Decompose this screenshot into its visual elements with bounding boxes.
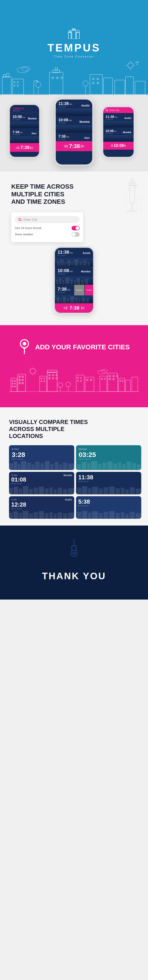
- svg-rect-69: [59, 278, 61, 284]
- svg-rect-177: [122, 464, 126, 470]
- svg-rect-124: [55, 377, 57, 379]
- svg-rect-185: [23, 486, 28, 495]
- svg-rect-230: [129, 512, 135, 519]
- svg-rect-27: [115, 80, 125, 95]
- svg-point-0: [128, 63, 133, 68]
- svg-rect-87: [87, 298, 89, 303]
- svg-point-37: [137, 64, 138, 65]
- skyline-mumbai: [55, 277, 93, 285]
- svg-rect-189: [45, 488, 49, 495]
- svg-rect-72: [70, 279, 73, 284]
- compare-section: VISUALLY COMPARE TIMES ACROSS MULTIPLE L…: [0, 407, 148, 526]
- location-pin-icon: [18, 339, 31, 355]
- svg-rect-82: [67, 298, 69, 303]
- svg-rect-18: [52, 77, 54, 79]
- svg-rect-155: [14, 462, 17, 470]
- favorite-section: ADD YOUR FAVORITE CITIES: [0, 325, 148, 407]
- svg-rect-224: [99, 513, 103, 519]
- svg-rect-208: [14, 511, 18, 519]
- delete-button[interactable]: Delete: [85, 285, 94, 295]
- hero-title: TEMPUS: [47, 41, 101, 54]
- svg-rect-138: [101, 378, 102, 380]
- svg-rect-157: [21, 461, 26, 470]
- svg-point-31: [36, 82, 41, 88]
- svg-point-153: [12, 449, 13, 450]
- city-input-field[interactable]: Enter City: [15, 216, 80, 223]
- bottom-section: 12 THANK YOU: [0, 525, 148, 600]
- svg-rect-54: [128, 211, 137, 212]
- svg-rect-67: [88, 262, 90, 266]
- connector-decoration: 12: [65, 539, 83, 557]
- svg-rect-146: [119, 378, 124, 391]
- svg-rect-25: [97, 82, 99, 84]
- favorite-title-row: ADD YOUR FAVORITE CITIES: [18, 339, 130, 355]
- svg-rect-225: [104, 512, 108, 519]
- svg-rect-200: [104, 487, 108, 495]
- svg-rect-134: [90, 379, 92, 381]
- compare-card-mumbai: Mumbai 03:25 PM Fri, Oct 24: [76, 445, 141, 470]
- svg-rect-42: [76, 32, 79, 39]
- kiev-row-wrapper: 7:38 PM Fri, Oct 24 Kiev Replace Delete: [55, 285, 93, 295]
- svg-rect-220: [77, 512, 82, 519]
- svg-rect-114: [43, 378, 45, 379]
- svg-rect-163: [50, 464, 54, 470]
- compare-row-2: Kiev 01:08 AM Fri, Oct 24 Mumbai: [9, 472, 141, 495]
- svg-rect-119: [49, 374, 50, 376]
- svg-rect-64: [74, 259, 79, 266]
- svg-point-136: [101, 369, 107, 373]
- svg-rect-160: [35, 462, 39, 470]
- svg-line-111: [36, 374, 36, 374]
- svg-rect-103: [19, 382, 21, 384]
- svg-rect-128: [77, 377, 79, 379]
- pin-icon-card1: [12, 448, 14, 450]
- svg-rect-23: [97, 78, 99, 80]
- replace-button[interactable]: Replace: [74, 285, 84, 295]
- svg-point-125: [58, 383, 63, 387]
- svg-rect-55: [123, 194, 127, 212]
- compare-card-kiev: Kiev 3:28 PM Fri, Oct 24: [9, 445, 74, 470]
- 24hr-toggle[interactable]: [71, 226, 80, 231]
- svg-rect-121: [55, 374, 57, 376]
- svg-point-33: [83, 81, 88, 86]
- svg-rect-228: [121, 512, 124, 519]
- svg-rect-156: [18, 464, 20, 470]
- svg-rect-80: [60, 299, 62, 303]
- svg-rect-198: [92, 487, 98, 495]
- svg-rect-191: [54, 490, 57, 495]
- svg-rect-95: [14, 383, 16, 384]
- svg-rect-93: [14, 380, 16, 382]
- svg-rect-214: [45, 513, 49, 519]
- weather-toggle[interactable]: [71, 232, 80, 237]
- svg-rect-202: [116, 488, 120, 495]
- svg-rect-99: [19, 376, 21, 378]
- svg-rect-102: [22, 379, 24, 381]
- svg-rect-204: [126, 490, 129, 495]
- compare-card-6: 5:38 PM Fri, Oct 24: [76, 496, 141, 519]
- svg-rect-195: [77, 488, 82, 495]
- svg-rect-137: [100, 376, 107, 392]
- svg-rect-61: [65, 262, 66, 266]
- svg-rect-166: [63, 463, 67, 470]
- replace-delete-overlay: Replace Delete: [74, 285, 94, 295]
- svg-rect-192: [57, 488, 62, 495]
- compare-row-3: Austin Austin 12:28 PM Fri, Oct 24: [9, 496, 141, 519]
- svg-rect-60: [60, 260, 64, 266]
- compare-card-austin: Austin Austin 12:28 PM Fri, Oct 24: [9, 496, 74, 519]
- svg-rect-207: [9, 512, 13, 519]
- svg-rect-26: [104, 78, 112, 95]
- austin-row: 11:38 PM Fri, Oct 24 Austin: [55, 248, 93, 258]
- skyline-kiev: [55, 295, 93, 303]
- svg-rect-63: [71, 261, 73, 266]
- svg-rect-113: [41, 378, 42, 379]
- svg-point-105: [30, 368, 36, 374]
- svg-rect-59: [57, 261, 59, 266]
- svg-rect-209: [19, 513, 22, 519]
- svg-rect-10: [17, 81, 19, 83]
- svg-rect-231: [135, 513, 141, 519]
- svg-line-53: [133, 203, 133, 211]
- weather-option: Show weather: [15, 232, 80, 237]
- svg-rect-227: [116, 513, 120, 519]
- svg-rect-79: [57, 298, 59, 303]
- svg-rect-188: [39, 487, 44, 495]
- svg-rect-123: [52, 377, 54, 379]
